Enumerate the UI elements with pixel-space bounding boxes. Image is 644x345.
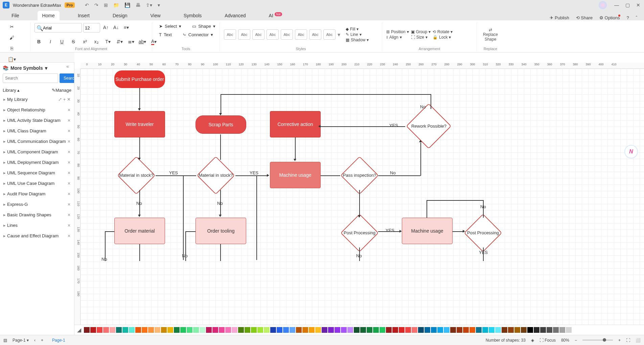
color-swatch[interactable] xyxy=(527,327,533,333)
color-swatch[interactable] xyxy=(257,327,263,333)
style-preset[interactable]: Abc xyxy=(224,29,236,40)
collapse-sidebar-icon[interactable]: « xyxy=(66,64,69,69)
node-corrective[interactable]: Corrective action xyxy=(270,111,321,137)
style-preset[interactable]: Abc xyxy=(252,29,264,40)
close-icon[interactable]: ✕ xyxy=(635,2,641,8)
color-swatch[interactable] xyxy=(450,327,456,333)
page-selector[interactable]: Page-1 ▾ xyxy=(13,338,29,343)
library-item[interactable]: ▸UML Class Diagram✕ xyxy=(3,126,71,136)
tab-home[interactable]: Home xyxy=(38,11,60,20)
node-rework[interactable]: Rework Possible? xyxy=(405,109,453,143)
library-item[interactable]: ▸Object Relationship✕ xyxy=(3,105,71,115)
color-swatch[interactable] xyxy=(148,327,154,333)
node-machine-usage2[interactable]: Machine usage xyxy=(402,218,453,244)
eyedropper-icon[interactable]: ◢ xyxy=(77,327,81,333)
color-swatch[interactable] xyxy=(103,327,109,333)
color-swatch[interactable] xyxy=(270,327,276,333)
node-material2[interactable]: Material in stock? xyxy=(197,160,234,191)
strike-icon[interactable]: S xyxy=(69,37,78,46)
tab-advanced[interactable]: Advanced xyxy=(220,11,250,20)
zoom-in-icon[interactable]: + xyxy=(618,338,621,343)
color-swatch[interactable] xyxy=(206,327,212,333)
color-swatch[interactable] xyxy=(180,327,186,333)
color-swatch[interactable] xyxy=(245,327,250,333)
color-swatch[interactable] xyxy=(167,327,173,333)
color-swatch[interactable] xyxy=(135,327,141,333)
collapse-ribbon-icon[interactable]: ˆ xyxy=(636,15,637,20)
decrease-font-icon[interactable]: A↓ xyxy=(112,23,120,32)
page-layout-icon[interactable]: ▤ xyxy=(3,338,7,343)
node-write-traveler[interactable]: Write traveler xyxy=(114,111,165,137)
color-swatch[interactable] xyxy=(482,327,488,333)
color-swatch[interactable] xyxy=(116,327,122,333)
color-swatch[interactable] xyxy=(367,327,372,333)
format-painter-icon[interactable]: 🖌 xyxy=(7,33,16,42)
color-swatch[interactable] xyxy=(418,327,424,333)
color-swatch[interactable] xyxy=(547,327,552,333)
drawing-canvas[interactable]: Submit Purchase order Write traveler Scr… xyxy=(80,69,644,325)
color-swatch[interactable] xyxy=(322,327,327,333)
qat-more-icon[interactable]: ▾ xyxy=(158,2,160,8)
color-swatch[interactable] xyxy=(495,327,501,333)
color-swatch[interactable] xyxy=(290,327,295,333)
tab-file[interactable]: File xyxy=(7,11,24,20)
color-swatch[interactable] xyxy=(572,327,578,333)
color-swatch[interactable] xyxy=(187,327,192,333)
color-swatch[interactable] xyxy=(142,327,147,333)
color-swatch[interactable] xyxy=(309,327,315,333)
color-swatch[interactable] xyxy=(296,327,302,333)
tab-symbols[interactable]: Symbols xyxy=(179,11,207,20)
library-item[interactable]: ▸My Library⤢ + ✕ xyxy=(3,94,71,105)
page-tab[interactable]: Page-1 xyxy=(49,337,69,344)
tab-view[interactable]: View xyxy=(146,11,165,20)
select-tool[interactable]: ➤ Select ▾ xyxy=(156,22,184,30)
color-swatch[interactable] xyxy=(122,327,128,333)
options-button[interactable]: ⚙ Options xyxy=(599,15,620,20)
library-item[interactable]: ▸UML Component Diagram✕ xyxy=(3,147,71,157)
node-post-processing1[interactable]: Post Processing xyxy=(341,218,378,248)
shadow-button[interactable]: ▦ Shadow ▾ xyxy=(346,38,369,42)
color-swatch[interactable] xyxy=(566,327,572,333)
tab-insert[interactable]: Insert xyxy=(73,11,94,20)
color-swatch[interactable] xyxy=(386,327,392,333)
library-item[interactable]: ▸UML Deployment Diagram✕ xyxy=(3,157,71,168)
open-icon[interactable]: 📁 xyxy=(113,2,119,8)
color-swatch[interactable] xyxy=(540,327,546,333)
line-spacing-icon[interactable]: ⇵▾ xyxy=(115,37,124,46)
redo-icon[interactable]: ↷ xyxy=(94,2,98,8)
color-swatch[interactable] xyxy=(502,327,507,333)
export-icon[interactable]: ⇪▾ xyxy=(146,2,152,8)
style-preset[interactable]: Abc xyxy=(309,29,321,40)
fill-button[interactable]: ◆ Fill ▾ xyxy=(346,27,369,31)
bold-icon[interactable]: B xyxy=(34,37,43,46)
style-preset[interactable]: Abc xyxy=(295,29,307,40)
color-swatch[interactable] xyxy=(489,327,495,333)
node-order-material[interactable]: Order material xyxy=(114,218,165,244)
color-swatch[interactable] xyxy=(476,327,482,333)
symbol-search-button[interactable]: Search xyxy=(60,73,74,83)
color-swatch[interactable] xyxy=(97,327,102,333)
case-icon[interactable]: T▾ xyxy=(104,37,112,46)
color-swatch[interactable] xyxy=(405,327,411,333)
color-swatch[interactable] xyxy=(553,327,559,333)
lock-button[interactable]: 🔒 Lock ▾ xyxy=(433,35,453,40)
library-label[interactable]: Library ▴ xyxy=(3,88,20,93)
list-icon[interactable]: ≣▾ xyxy=(127,37,135,46)
ai-assistant-fab[interactable]: N xyxy=(624,145,638,158)
color-swatch[interactable] xyxy=(129,327,135,333)
color-swatch[interactable] xyxy=(508,327,514,333)
color-swatch[interactable] xyxy=(444,327,450,333)
color-swatch[interactable] xyxy=(283,327,289,333)
color-swatch[interactable] xyxy=(84,327,90,333)
new-icon[interactable]: ⊞ xyxy=(104,2,108,8)
user-avatar[interactable] xyxy=(599,1,607,9)
style-preset[interactable]: Abc xyxy=(267,29,279,40)
color-swatch[interactable] xyxy=(225,327,231,333)
color-swatch[interactable] xyxy=(380,327,385,333)
library-item[interactable]: ▸Audit Flow Diagram✕ xyxy=(3,189,71,199)
color-swatch[interactable] xyxy=(212,327,218,333)
color-swatch[interactable] xyxy=(392,327,398,333)
color-swatch[interactable] xyxy=(238,327,244,333)
fit-page-icon[interactable]: ⛶ xyxy=(626,338,630,343)
color-swatch[interactable] xyxy=(412,327,417,333)
